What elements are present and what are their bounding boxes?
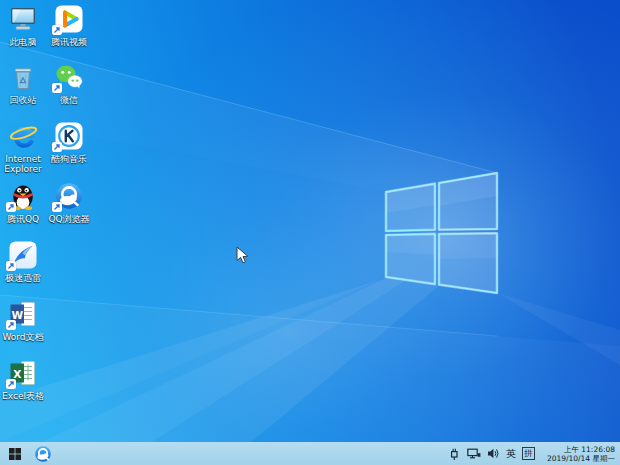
word-glyph: W: [11, 309, 23, 321]
desktop-icon-label: Excel表格: [0, 391, 46, 401]
desktop-icon-internet-explorer[interactable]: Internet Explorer: [0, 121, 46, 174]
desktop-icon-label: 极速迅雷: [0, 273, 46, 283]
shortcut-arrow-icon: [52, 25, 62, 35]
clock-date: 2019/10/14 星期一: [543, 454, 615, 463]
desktop-icon-label: 回收站: [0, 95, 46, 105]
desktop-icon-label: 微信: [46, 95, 92, 105]
desktop-icon-tencent-video[interactable]: 腾讯视频: [46, 4, 92, 47]
desktop-icon-kugou-music[interactable]: 酷狗音乐: [46, 121, 92, 164]
wallpaper-windows-light: [0, 0, 620, 465]
mouse-cursor: [236, 246, 249, 269]
shortcut-arrow-icon: [52, 142, 62, 152]
qq-penguin-icon: [8, 181, 38, 211]
shortcut-arrow-icon: [6, 320, 16, 330]
shortcut-arrow-icon: [6, 202, 16, 212]
ime-pinyin-icon[interactable]: 拼: [522, 447, 535, 460]
recycle-bin-icon: [8, 62, 38, 92]
usb-safely-remove-icon[interactable]: [448, 442, 461, 465]
taskbar-clock[interactable]: 上午 11:26:08 2019/10/14 星期一: [541, 445, 615, 463]
taskbar-qq-browser-button[interactable]: [30, 442, 56, 465]
desktop-icon-label: 此电脑: [0, 37, 46, 47]
windows-logo-icon: [9, 448, 21, 460]
internet-explorer-icon: [8, 121, 38, 151]
shortcut-arrow-icon: [52, 202, 62, 212]
desktop-icon-label: 酷狗音乐: [46, 154, 92, 164]
desktop-icon-thunder[interactable]: 极速迅雷: [0, 240, 46, 283]
shortcut-arrow-icon: [6, 379, 16, 389]
desktop-icon-label: Internet Explorer: [0, 154, 46, 174]
desktop-icon-label: Word文档: [0, 332, 46, 342]
shortcut-arrow-icon: [6, 261, 16, 271]
desktop-icon-wechat[interactable]: 微信: [46, 62, 92, 105]
desktop-icon-qq-browser[interactable]: QQ浏览器: [46, 181, 92, 224]
computer-icon: [8, 4, 38, 34]
desktop-icon-word-document[interactable]: W Word文档: [0, 299, 46, 342]
system-tray: 英 拼 上午 11:26:08 2019/10/14 星期一: [448, 442, 620, 465]
desktop-icon-this-pc[interactable]: 此电脑: [0, 4, 46, 47]
network-ethernet-icon[interactable]: [467, 442, 481, 465]
wechat-icon: [54, 62, 84, 92]
start-button[interactable]: [0, 442, 30, 465]
taskbar: 英 拼 上午 11:26:08 2019/10/14 星期一: [0, 442, 620, 465]
desktop-icon-label: QQ浏览器: [46, 214, 92, 224]
shortcut-arrow-icon: [52, 83, 62, 93]
desktop-icon-label: 腾讯视频: [46, 37, 92, 47]
excel-icon: X: [8, 358, 38, 388]
volume-speaker-icon[interactable]: [487, 442, 500, 465]
kugou-music-icon: [54, 121, 84, 151]
clock-time: 上午 11:26:08: [543, 445, 615, 454]
desktop-icon-recycle-bin[interactable]: 回收站: [0, 62, 46, 105]
windows-desktop: 此电脑 腾讯视频 回收站: [0, 0, 620, 465]
tencent-video-icon: [54, 4, 84, 34]
thunder-bird-icon: [8, 240, 38, 270]
qq-browser-taskbar-icon: [35, 446, 51, 462]
word-icon: W: [8, 299, 38, 329]
desktop-icon-label: 腾讯QQ: [0, 214, 46, 224]
ime-language-indicator[interactable]: 英: [506, 442, 516, 465]
desktop-icon-tencent-qq[interactable]: 腾讯QQ: [0, 181, 46, 224]
qq-browser-icon: [54, 181, 84, 211]
excel-glyph: X: [13, 368, 21, 380]
desktop-icon-excel-sheet[interactable]: X Excel表格: [0, 358, 46, 401]
